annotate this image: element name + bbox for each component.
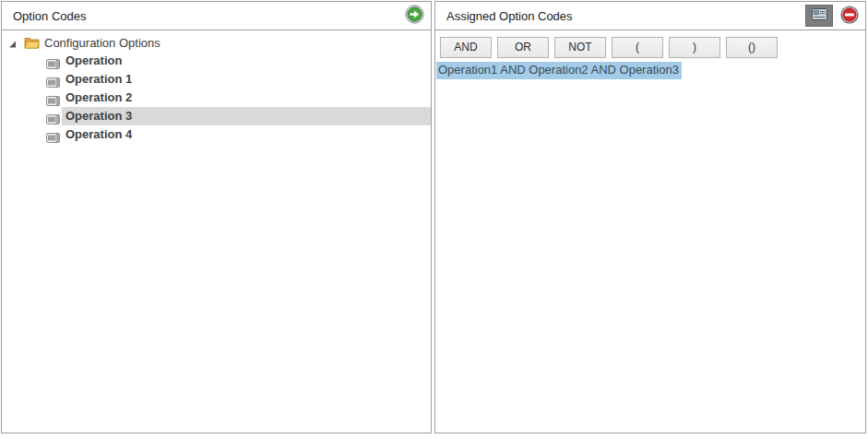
tree-item-label: Operation 3 [62, 107, 431, 125]
folder-icon [24, 36, 40, 49]
assigned-option-codes-title: Assigned Option Codes [446, 9, 573, 23]
barcode-icon [46, 56, 60, 66]
tree-item-label: Operation 4 [62, 125, 431, 144]
tree-item-label: Operation 2 [62, 89, 431, 107]
operator-button-row: AND OR NOT ( ) () [435, 30, 865, 58]
tree-item-operation-1[interactable]: Operation 1 [2, 70, 431, 89]
tree-root-configuration-options[interactable]: Configuration Options [2, 33, 431, 52]
tree-item-operation[interactable]: Operation [2, 52, 431, 70]
option-codes-header: Option Codes [2, 2, 431, 30]
or-button[interactable]: OR [497, 37, 549, 58]
and-button[interactable]: AND [440, 37, 492, 58]
remove-option-button[interactable] [840, 6, 859, 27]
tree-item-label: Operation 1 [62, 70, 431, 89]
barcode-icon [46, 112, 60, 122]
open-paren-button[interactable]: ( [612, 37, 663, 58]
expression-editor-button[interactable] [805, 5, 833, 27]
barcode-icon [46, 130, 60, 140]
remove-circle-icon [840, 6, 859, 27]
option-codes-title: Option Codes [13, 9, 87, 23]
barcode-icon [46, 75, 60, 85]
expression-text[interactable]: Operation1 AND Operation2 AND Operation3 [436, 62, 682, 79]
tree-item-operation-3[interactable]: Operation 3 [2, 107, 431, 125]
barcode-icon [46, 93, 60, 103]
assigned-option-codes-panel: Assigned Option Codes [434, 1, 866, 433]
tree-item-operation-2[interactable]: Operation 2 [2, 89, 431, 107]
not-button[interactable]: NOT [554, 37, 606, 58]
option-codes-panel: Option Codes [1, 1, 432, 433]
close-paren-button[interactable]: ) [669, 37, 720, 58]
option-codes-tree: Configuration Options Operation [2, 30, 431, 144]
tree-root-label: Configuration Options [44, 36, 161, 50]
paren-pair-button[interactable]: () [726, 37, 778, 58]
expression-editor-icon [812, 8, 827, 23]
tree-item-label: Operation [62, 52, 431, 70]
add-option-button[interactable] [405, 5, 424, 27]
tree-item-operation-4[interactable]: Operation 4 [2, 125, 431, 144]
assigned-option-codes-header: Assigned Option Codes [435, 2, 865, 30]
arrow-right-circle-icon [405, 5, 424, 27]
expression-editor-area[interactable]: Operation1 AND Operation2 AND Operation3 [435, 58, 865, 79]
expander-icon[interactable] [8, 38, 18, 47]
